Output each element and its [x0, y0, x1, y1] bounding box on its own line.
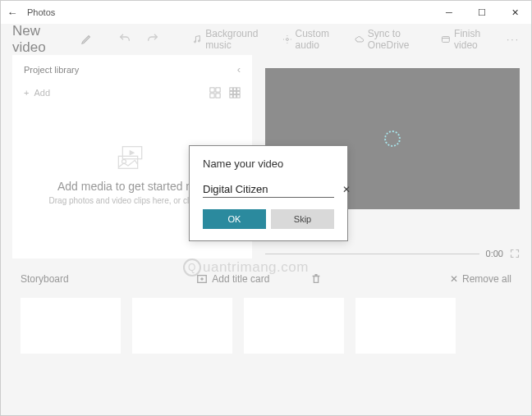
svg-rect-10: [237, 88, 241, 91]
library-header: Project library ‹: [24, 63, 241, 75]
background-music-button[interactable]: Background music: [192, 28, 273, 51]
svg-rect-12: [233, 91, 236, 94]
storyboard-heading: Storyboard: [21, 273, 69, 285]
undo-redo-group: [118, 32, 159, 48]
storyboard-slot[interactable]: [244, 298, 344, 354]
storyboard-header: Storyboard Add title card ✕ Remove all: [1, 258, 531, 291]
custom-audio-button[interactable]: Custom audio: [282, 28, 346, 51]
media-placeholder-icon: [116, 144, 149, 171]
view-toggle-group: [209, 87, 241, 98]
grid-small-icon[interactable]: [229, 87, 241, 98]
add-title-card-button[interactable]: Add title card: [196, 273, 269, 285]
ok-button[interactable]: OK: [203, 209, 266, 229]
video-name-label: New video: [12, 23, 67, 56]
redo-icon[interactable]: [146, 32, 159, 48]
add-title-label: Add title card: [212, 273, 269, 285]
empty-title: Add media to get started now: [57, 180, 207, 193]
custom-audio-label: Custom audio: [296, 28, 346, 51]
dialog-buttons: OK Skip: [203, 209, 334, 229]
storyboard-slot[interactable]: [355, 298, 456, 354]
sync-label: Sync to OneDrive: [368, 28, 433, 51]
add-media-button[interactable]: + Add: [24, 88, 50, 98]
svg-rect-15: [233, 95, 236, 98]
svg-point-1: [199, 40, 200, 42]
app-title: Photos: [24, 7, 433, 17]
maximize-button[interactable]: ☐: [466, 1, 498, 24]
finish-video-button[interactable]: Finish video: [441, 28, 498, 51]
close-button[interactable]: ✕: [498, 1, 531, 24]
grid-large-icon[interactable]: [209, 87, 221, 98]
svg-point-0: [195, 41, 196, 43]
video-name-input[interactable]: [203, 183, 341, 195]
add-label: Add: [34, 88, 50, 98]
svg-rect-3: [443, 37, 450, 43]
remove-all-button[interactable]: ✕ Remove all: [450, 273, 511, 285]
storyboard-slot[interactable]: [21, 298, 121, 354]
window-controls: ─ ☐ ✕: [433, 1, 531, 24]
storyboard-slot[interactable]: [132, 298, 232, 354]
svg-rect-5: [216, 88, 220, 92]
window-titlebar: ← Photos ─ ☐ ✕: [1, 1, 531, 24]
storyboard-mid-actions: Add title card: [85, 273, 433, 285]
skip-button[interactable]: Skip: [271, 209, 334, 229]
svg-rect-14: [230, 95, 233, 98]
svg-rect-4: [210, 88, 214, 92]
time-bar: 0:00: [265, 249, 520, 258]
minimize-button[interactable]: ─: [433, 1, 466, 24]
remove-all-label: Remove all: [462, 273, 511, 285]
svg-rect-7: [216, 94, 220, 98]
time-display: 0:00: [486, 249, 503, 258]
sync-onedrive-button[interactable]: Sync to OneDrive: [355, 28, 433, 51]
plus-icon: +: [24, 88, 29, 98]
trash-button[interactable]: [310, 273, 322, 285]
more-button[interactable]: ···: [507, 34, 520, 45]
finish-label: Finish video: [454, 28, 498, 51]
dialog-input-row: ✕: [203, 183, 334, 198]
undo-icon[interactable]: [118, 32, 131, 48]
storyboard-thumbs: [1, 291, 531, 372]
svg-rect-13: [237, 91, 241, 94]
dialog-title: Name your video: [203, 158, 334, 170]
library-heading: Project library: [24, 65, 79, 75]
svg-rect-6: [210, 94, 214, 98]
svg-marker-18: [130, 150, 135, 156]
fullscreen-icon[interactable]: [510, 249, 520, 258]
library-actions: + Add: [24, 87, 241, 98]
close-icon: ✕: [450, 273, 458, 285]
editor-toolbar: New video Background music Custom audio …: [1, 24, 531, 55]
name-video-dialog: Name your video ✕ OK Skip: [189, 145, 348, 241]
svg-rect-9: [233, 88, 236, 91]
timeline-track[interactable]: [265, 254, 479, 254]
trash-icon: [310, 273, 322, 285]
svg-point-2: [286, 39, 288, 41]
svg-rect-8: [230, 88, 233, 91]
svg-rect-16: [237, 95, 241, 98]
clear-input-icon[interactable]: ✕: [341, 184, 352, 195]
pencil-icon[interactable]: [80, 32, 94, 48]
loading-spinner-icon: [384, 130, 401, 147]
svg-rect-19: [118, 156, 137, 168]
svg-rect-11: [230, 91, 233, 94]
back-button[interactable]: ←: [1, 7, 24, 19]
collapse-library-icon[interactable]: ‹: [237, 63, 241, 75]
bg-music-label: Background music: [205, 28, 273, 51]
